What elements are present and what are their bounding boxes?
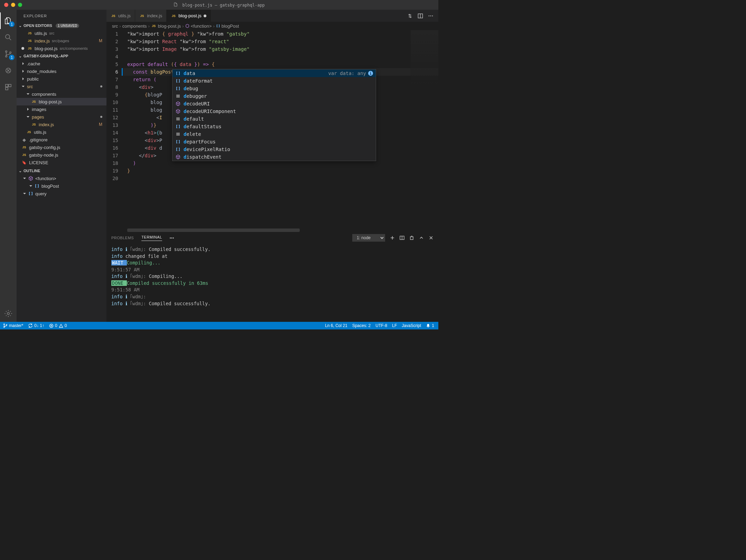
terminal-kill-icon[interactable] <box>409 235 414 240</box>
compare-changes-icon[interactable] <box>407 13 413 19</box>
panel-tab-problems[interactable]: PROBLEMS <box>111 236 134 240</box>
activity-settings[interactable] <box>0 305 17 322</box>
status-problems[interactable]: 0 0 <box>49 323 67 328</box>
svg-rect-6 <box>9 84 11 87</box>
tab-label: index.js <box>147 13 162 18</box>
breadcrumb-segment[interactable]: src <box>112 24 118 29</box>
code-line[interactable]: } <box>123 167 438 175</box>
tree-file[interactable]: JSgatsby-config.js <box>17 143 106 151</box>
explorer-badge: 1 <box>9 21 15 27</box>
terminal-new-icon[interactable] <box>390 235 395 240</box>
open-editor-item[interactable]: JSblog-post.jssrc/components <box>17 45 106 52</box>
horizontal-scrollbar[interactable] <box>127 228 300 232</box>
file-path-label: src <box>49 31 54 35</box>
status-git-branch[interactable]: master* <box>3 323 23 328</box>
minimap[interactable] <box>411 30 438 85</box>
breadcrumbs[interactable]: src›components›JSblog-post.js›<function>… <box>106 22 438 30</box>
chevron-down-icon: ⌄ <box>18 169 22 173</box>
suggest-item[interactable]: delete <box>172 130 376 138</box>
suggest-item-label: defaultStatus <box>184 124 222 129</box>
window-minimize-button[interactable] <box>11 3 15 7</box>
open-editor-item[interactable]: JSindex.jssrc/pagesM <box>17 37 106 45</box>
suggest-item[interactable]: devicePixelRatio <box>172 146 376 153</box>
suggest-item[interactable]: datavar data: anyi <box>172 69 376 77</box>
tree-folder[interactable]: images <box>17 105 106 113</box>
tree-item-label: public <box>27 76 39 82</box>
suggest-item[interactable]: debugger <box>172 92 376 100</box>
activity-debug[interactable] <box>0 62 17 79</box>
code-line[interactable]: "kw">import React "kw">from "react" <box>123 38 438 45</box>
tree-folder[interactable]: pages <box>17 113 106 121</box>
suggest-item[interactable]: default <box>172 115 376 123</box>
status-eol[interactable]: LF <box>392 323 397 328</box>
js-icon: JS <box>21 152 27 158</box>
outline-item[interactable]: blogPost <box>17 182 106 190</box>
status-language-mode[interactable]: JavaScript <box>402 323 421 328</box>
code-line[interactable] <box>123 175 438 182</box>
tree-file[interactable]: JSgatsby-node.js <box>17 151 106 159</box>
breadcrumb-segment[interactable]: components <box>122 24 147 29</box>
more-actions-icon[interactable] <box>428 13 433 19</box>
code-line[interactable]: export default ({ data }) => { <box>123 60 438 68</box>
panel-tab-terminal[interactable]: TERMINAL <box>141 235 162 241</box>
tree-file[interactable]: JSutils.js <box>17 128 106 136</box>
activity-search[interactable] <box>0 29 17 46</box>
outline-item[interactable]: query <box>17 190 106 197</box>
status-encoding[interactable]: UTF-8 <box>375 323 387 328</box>
suggest-item[interactable]: departFocus <box>172 138 376 146</box>
tree-file[interactable]: JSblog-post.js <box>17 98 106 105</box>
suggest-item[interactable]: dateFormat <box>172 77 376 85</box>
status-notifications[interactable]: 1 <box>426 323 434 328</box>
tree-folder[interactable]: src <box>17 83 106 90</box>
activity-extensions[interactable] <box>0 79 17 95</box>
status-sync[interactable]: 0↓ 1↑ <box>28 323 44 328</box>
tree-folder[interactable]: node_modules <box>17 67 106 75</box>
panel-close-icon[interactable] <box>429 235 433 240</box>
code-line[interactable] <box>123 53 438 60</box>
status-indentation[interactable]: Spaces: 2 <box>352 323 371 328</box>
panel-tab-more-icon[interactable]: ••• <box>170 236 174 240</box>
code-editor[interactable]: 1234567891011121314151617181920 "kw">imp… <box>106 30 438 226</box>
section-open-editors-header[interactable]: ⌄ OPEN EDITORS 1 UNSAVED <box>17 22 106 29</box>
window-close-button[interactable] <box>4 3 8 7</box>
section-workspace-header[interactable]: ⌄ GATSBY-GRAPHQL-APP <box>17 52 106 60</box>
breadcrumb-segment[interactable]: blogPost <box>222 24 239 29</box>
breadcrumb-segment[interactable]: blog-post.js <box>158 24 181 29</box>
suggest-item[interactable]: defaultStatus <box>172 123 376 130</box>
outline-item[interactable]: <function> <box>17 175 106 182</box>
suggest-widget[interactable]: datavar data: anyidateFormatdebugdebugge… <box>172 69 376 161</box>
window-maximize-button[interactable] <box>18 3 22 7</box>
editor-actions <box>402 10 438 22</box>
panel-maximize-icon[interactable] <box>419 235 424 240</box>
chevron-right-icon <box>21 69 25 73</box>
split-editor-icon[interactable] <box>418 13 423 19</box>
tree-folder[interactable]: components <box>17 90 106 98</box>
editor-tab[interactable]: JSutils.js <box>106 10 135 22</box>
suggest-item[interactable]: dispatchEvent <box>172 153 376 161</box>
editor-tab[interactable]: JSindex.js <box>135 10 167 22</box>
suggest-item[interactable]: decodeURIComponent <box>172 108 376 115</box>
section-outline-header[interactable]: ⌄ OUTLINE <box>17 167 106 175</box>
tree-file[interactable]: 🔖LICENSE <box>17 159 106 166</box>
tree-file[interactable]: JSindex.jsM <box>17 121 106 128</box>
tree-folder[interactable]: .cache <box>17 60 106 67</box>
open-editor-item[interactable]: JSutils.jssrc <box>17 29 106 37</box>
editor-tab[interactable]: JSblog-post.js <box>167 10 211 22</box>
tree-file[interactable]: ◆.gitignore <box>17 136 106 143</box>
terminal-selector[interactable]: 1: node <box>352 234 385 242</box>
info-icon[interactable]: i <box>368 71 373 76</box>
warning-icon <box>59 324 63 328</box>
breadcrumb-segment[interactable]: <function> <box>191 24 212 29</box>
suggest-item[interactable]: decodeURI <box>172 100 376 108</box>
status-cursor-position[interactable]: Ln 6, Col 21 <box>325 323 347 328</box>
terminal-output[interactable]: info ℹ ｢wdm｣: Compiled successfully.info… <box>106 243 438 322</box>
scm-status-label: M <box>99 38 102 43</box>
code-line[interactable]: "kw">import Image "kw">from "gatsby-imag… <box>123 45 438 53</box>
activity-explorer[interactable]: 1 <box>0 12 17 29</box>
activity-source-control[interactable]: 1 <box>0 46 17 62</box>
terminal-split-icon[interactable] <box>400 235 404 240</box>
code-line[interactable]: "kw">import { graphql } "kw">from "gatsb… <box>123 30 438 38</box>
suggest-item[interactable]: debug <box>172 85 376 92</box>
tree-folder[interactable]: public <box>17 75 106 83</box>
svg-point-1 <box>6 51 7 52</box>
